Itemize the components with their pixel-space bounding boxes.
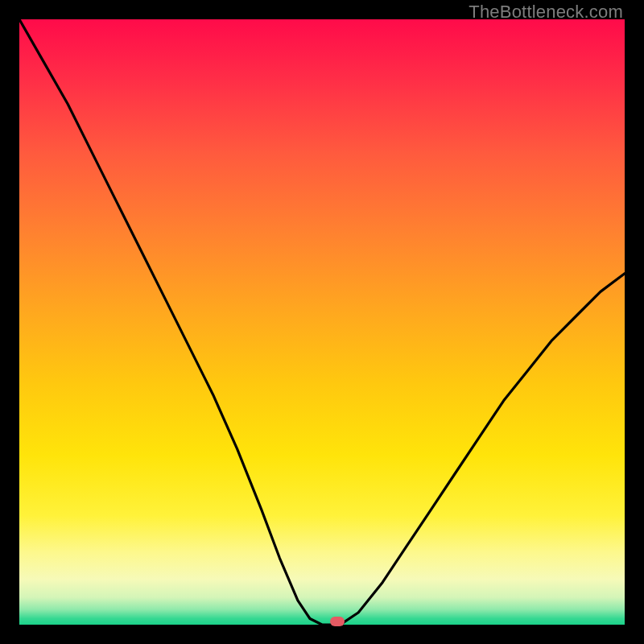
bottleneck-curve [19,19,625,625]
chart-frame [19,19,625,625]
watermark-text: TheBottleneck.com [469,2,623,23]
optimal-point-marker [330,617,345,626]
